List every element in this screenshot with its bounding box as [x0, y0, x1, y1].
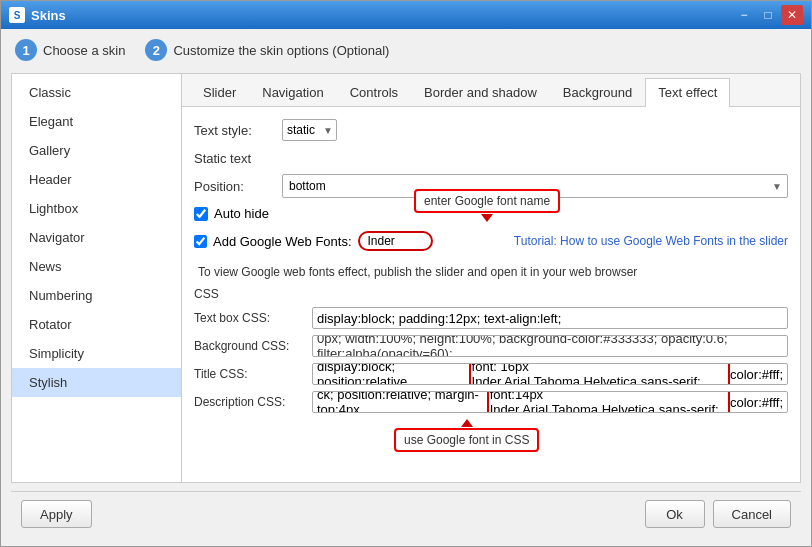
skin-list: Classic Elegant Gallery Header Lightbox … [12, 74, 182, 482]
tab-text-effect[interactable]: Text effect [645, 78, 730, 107]
skin-item-navigator[interactable]: Navigator [12, 223, 181, 252]
text-style-row: Text style: static fade scroll [194, 119, 788, 141]
annotation-arrow-up [461, 419, 473, 427]
tabs-bar: Slider Navigation Controls Border and sh… [182, 74, 800, 107]
panel-content: Text style: static fade scroll Static te… [182, 107, 800, 482]
step-1-circle: 1 [15, 39, 37, 61]
main-content: Classic Elegant Gallery Header Lightbox … [11, 73, 801, 483]
title-css-area: Title CSS: display:block; position:relat… [194, 363, 788, 385]
annotation-css-tooltip: use Google font in CSS [394, 428, 539, 452]
google-font-input[interactable] [368, 234, 423, 248]
ok-button[interactable]: Ok [645, 500, 705, 528]
title-css-highlight: font: 16px Inder,Arial,Tahoma,Helvetica,… [469, 363, 730, 385]
skin-item-rotator[interactable]: Rotator [12, 310, 181, 339]
google-fonts-area: Add Google Web Fonts: Tutorial: How to u… [194, 231, 788, 251]
annotation-google-font: enter Google font name [414, 189, 560, 222]
skin-item-numbering[interactable]: Numbering [12, 281, 181, 310]
text-style-select-wrapper: static fade scroll [282, 119, 337, 141]
step-2: 2 Customize the skin options (Optional) [145, 39, 389, 61]
skin-item-gallery[interactable]: Gallery [12, 136, 181, 165]
css-section: CSS Text box CSS: display:block; padding… [194, 287, 788, 452]
desc-css-highlight: font:14px Inder,Arial,Tahoma,Helvetica,s… [487, 391, 730, 413]
css-label: CSS [194, 287, 788, 301]
minimize-button[interactable]: − [733, 5, 755, 25]
bg-css-value[interactable]: 0px; width:100%; height:100%; background… [312, 335, 788, 357]
google-font-input-oval [358, 231, 433, 251]
auto-hide-checkbox[interactable] [194, 207, 208, 221]
apply-button[interactable]: Apply [21, 500, 92, 528]
tab-controls[interactable]: Controls [337, 78, 411, 106]
skin-item-stylish[interactable]: Stylish [12, 368, 181, 397]
auto-hide-label[interactable]: Auto hide [214, 206, 269, 221]
app-icon: S [9, 7, 25, 23]
bg-css-row: Background CSS: 0px; width:100%; height:… [194, 335, 788, 357]
desc-css-area: Description CSS: ck; position:relative; … [194, 391, 788, 413]
textbox-css-row: Text box CSS: display:block; padding:12p… [194, 307, 788, 329]
desc-css-row: Description CSS: ck; position:relative; … [194, 391, 788, 413]
skin-item-news[interactable]: News [12, 252, 181, 281]
google-fonts-checkbox[interactable] [194, 235, 207, 248]
tab-slider[interactable]: Slider [190, 78, 249, 106]
tab-background[interactable]: Background [550, 78, 645, 106]
desc-css-label: Description CSS: [194, 395, 304, 409]
desc-css-value[interactable]: ck; position:relative; margin-top:4px fo… [312, 391, 788, 413]
maximize-button[interactable]: □ [757, 5, 779, 25]
annotation-css: use Google font in CSS [394, 419, 539, 452]
main-window: S Skins − □ ✕ 1 Choose a skin 2 Customiz… [0, 0, 812, 547]
skin-item-classic[interactable]: Classic [12, 78, 181, 107]
step-2-label: Customize the skin options (Optional) [173, 43, 389, 58]
text-style-label: Text style: [194, 123, 274, 138]
google-fonts-label[interactable]: Add Google Web Fonts: [213, 234, 352, 249]
window-title: Skins [31, 8, 733, 23]
textbox-css-label: Text box CSS: [194, 311, 304, 325]
title-css-row: Title CSS: display:block; position:relat… [194, 363, 788, 385]
textbox-css-value[interactable]: display:block; padding:12px; text-align:… [312, 307, 788, 329]
annotation-arrow-down [481, 214, 493, 222]
close-button[interactable]: ✕ [781, 5, 803, 25]
tab-border-shadow[interactable]: Border and shadow [411, 78, 550, 106]
title-css-value[interactable]: display:block; position:relative font: 1… [312, 363, 788, 385]
title-css-label: Title CSS: [194, 367, 304, 381]
skin-item-elegant[interactable]: Elegant [12, 107, 181, 136]
skin-item-simplicity[interactable]: Simplicity [12, 339, 181, 368]
annotation-google-font-tooltip: enter Google font name [414, 189, 560, 213]
cancel-button[interactable]: Cancel [713, 500, 791, 528]
position-label: Position: [194, 179, 274, 194]
bg-css-label: Background CSS: [194, 339, 304, 353]
step-2-circle: 2 [145, 39, 167, 61]
steps-row: 1 Choose a skin 2 Customize the skin opt… [11, 39, 801, 65]
right-panel: Slider Navigation Controls Border and sh… [182, 74, 800, 482]
google-fonts-tutorial-link[interactable]: Tutorial: How to use Google Web Fonts in… [514, 234, 788, 248]
window-controls: − □ ✕ [733, 5, 803, 25]
window-body: 1 Choose a skin 2 Customize the skin opt… [1, 29, 811, 546]
google-font-info: To view Google web fonts effect, publish… [194, 265, 788, 279]
static-text-header: Static text [194, 151, 788, 166]
text-style-select[interactable]: static fade scroll [282, 119, 337, 141]
footer: Apply Ok Cancel [11, 491, 801, 536]
footer-right: Ok Cancel [645, 500, 791, 528]
step-1-label: Choose a skin [43, 43, 125, 58]
skin-item-lightbox[interactable]: Lightbox [12, 194, 181, 223]
annotation-css-area: use Google font in CSS [194, 419, 788, 452]
skin-item-header[interactable]: Header [12, 165, 181, 194]
footer-left: Apply [21, 500, 92, 528]
title-bar: S Skins − □ ✕ [1, 1, 811, 29]
step-1: 1 Choose a skin [15, 39, 125, 61]
tab-navigation[interactable]: Navigation [249, 78, 336, 106]
google-fonts-row: Add Google Web Fonts: Tutorial: How to u… [194, 231, 788, 251]
